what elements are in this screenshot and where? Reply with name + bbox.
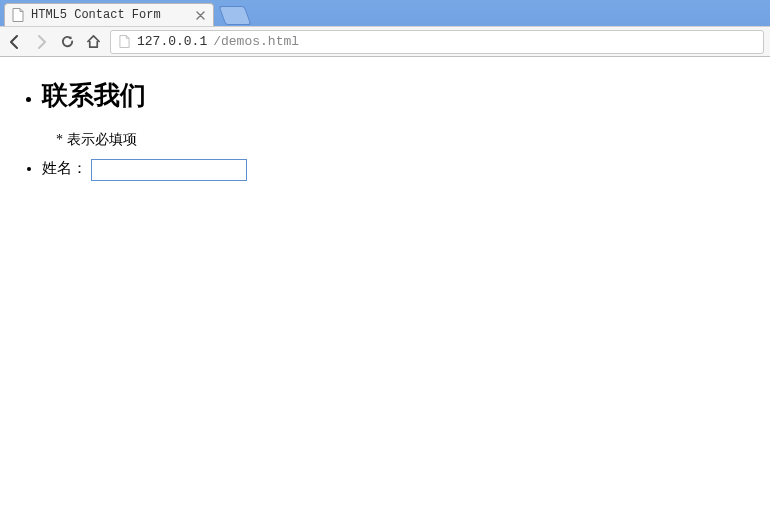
- page-icon: [117, 35, 131, 49]
- close-icon[interactable]: [193, 8, 207, 22]
- browser-toolbar: 127.0.0.1/demos.html: [0, 26, 770, 57]
- back-button[interactable]: [6, 33, 24, 51]
- tab-title: HTML5 Contact Form: [31, 8, 193, 22]
- browser-chrome-top: HTML5 Contact Form: [0, 0, 770, 56]
- name-label: 姓名：: [42, 160, 87, 176]
- file-icon: [11, 8, 25, 22]
- heading-item: 联系我们 * 表示必填项: [42, 78, 756, 149]
- address-bar[interactable]: 127.0.0.1/demos.html: [110, 30, 764, 54]
- required-note-text: 表示必填项: [67, 132, 137, 147]
- required-note: * 表示必填项: [56, 131, 756, 149]
- new-tab-button[interactable]: [219, 6, 252, 25]
- home-button[interactable]: [84, 33, 102, 51]
- page-content: 联系我们 * 表示必填项 姓名：: [0, 56, 770, 189]
- required-marker: *: [56, 132, 63, 147]
- tab-strip: HTML5 Contact Form: [0, 0, 770, 26]
- url-host: 127.0.0.1: [137, 34, 207, 49]
- url-path: /demos.html: [213, 34, 299, 49]
- forward-button[interactable]: [32, 33, 50, 51]
- reload-button[interactable]: [58, 33, 76, 51]
- browser-tab[interactable]: HTML5 Contact Form: [4, 3, 214, 26]
- page-heading: 联系我们: [42, 78, 756, 113]
- name-input[interactable]: [91, 159, 247, 181]
- name-field-row: 姓名：: [42, 159, 756, 181]
